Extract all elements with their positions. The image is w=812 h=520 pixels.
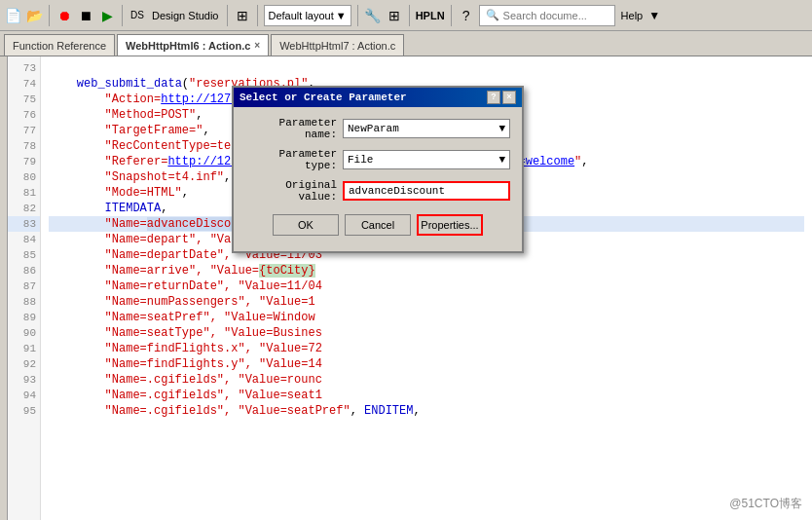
tab-label: WebHttpHtml6 : Action.c	[126, 40, 250, 52]
tab-webhttp6[interactable]: WebHttpHtml6 : Action.c ×	[117, 34, 269, 56]
dialog-titlebar: Select or Create Parameter ? ×	[234, 88, 522, 107]
tab-function-reference[interactable]: Function Reference	[4, 34, 115, 56]
close-tab-icon[interactable]: ×	[254, 40, 260, 51]
separator-6	[409, 5, 410, 26]
layout-label: Default layout	[269, 10, 334, 21]
code-line-95: "Name=.cgifields", "Value=seatPref", END…	[49, 403, 804, 419]
properties-button[interactable]: Properties...	[417, 214, 483, 236]
separator-7	[451, 5, 452, 26]
code-line-90: "Name=seatType", "Value=Busines	[49, 325, 804, 341]
param-type-dropdown-arrow[interactable]: ▼	[498, 154, 505, 166]
code-line-88: "Name=numPassengers", "Value=1	[49, 294, 804, 310]
code-line-87: "Name=returnDate", "Value=11/04	[49, 279, 804, 294]
left-margin	[0, 56, 8, 520]
open-icon[interactable]: 📂	[25, 7, 43, 24]
param-name-input[interactable]: NewParam ▼	[343, 119, 510, 138]
dialog-body: Parameter name: NewParam ▼ Parameter typ…	[234, 107, 522, 251]
param-type-input[interactable]: File ▼	[343, 150, 510, 169]
code-line-86: "Name=arrive", "Value={toCity}	[49, 263, 804, 279]
code-line-93: "Name=.cgifields", "Value=rounc	[49, 372, 804, 388]
search-icon: 🔍	[486, 9, 499, 21]
code-line-91: "Name=findFlights.x", "Value=72	[49, 341, 804, 356]
hpln-label: HPLN	[416, 10, 445, 21]
code-line-89: "Name=seatPref", "Value=Window	[49, 310, 804, 325]
separator-4	[257, 5, 258, 26]
dialog-title: Select or Create Parameter	[240, 92, 407, 103]
param-type-label: Parameter type:	[245, 148, 343, 171]
help-dropdown-arrow: ▼	[648, 9, 660, 22]
select-create-parameter-dialog: Select or Create Parameter ? × Parameter…	[232, 86, 524, 253]
main-toolbar: 📄 📂 ⏺ ⏹ ▶ DS Design Studio ⊞ Default lay…	[0, 0, 812, 31]
tools-icon[interactable]: 🔧	[364, 7, 382, 24]
ok-button[interactable]: OK	[273, 214, 339, 236]
code-line-73	[49, 60, 804, 76]
separator-1	[49, 5, 50, 26]
dialog-buttons: OK Cancel Properties...	[245, 210, 510, 241]
grid-icon[interactable]: ⊞	[234, 7, 251, 24]
help-label: Help	[621, 10, 644, 21]
tab-label: Function Reference	[13, 40, 106, 52]
separator-2	[122, 5, 123, 26]
dialog-title-icons: ? ×	[487, 91, 516, 104]
separator-3	[227, 5, 228, 26]
replay-icon[interactable]: ▶	[98, 7, 116, 24]
param-name-row: Parameter name: NewParam ▼	[245, 117, 510, 140]
apps-icon[interactable]: ⊞	[386, 7, 403, 24]
code-line-92: "Name=findFlights.y", "Value=14	[49, 356, 804, 372]
design-studio-icon[interactable]: DS	[129, 7, 146, 24]
code-line-94: "Name=.cgifields", "Value=seat1	[49, 388, 804, 403]
layout-dropdown[interactable]: Default layout ▼	[264, 5, 351, 26]
line-numbers: 7374757677 7879808182 838485 8687888990 …	[8, 56, 41, 520]
tab-bar: Function Reference WebHttpHtml6 : Action…	[0, 31, 812, 56]
separator-5	[357, 5, 358, 26]
code-editor[interactable]: 7374757677 7879808182 838485 8687888990 …	[8, 56, 812, 520]
help-question-icon[interactable]: ?	[458, 7, 475, 24]
original-value-text: advanceDiscount	[349, 185, 445, 197]
cancel-button[interactable]: Cancel	[345, 214, 411, 236]
watermark: @51CTO博客	[729, 496, 802, 512]
new-file-icon[interactable]: 📄	[4, 7, 21, 24]
original-value-row: Original value: advanceDiscount	[245, 179, 510, 203]
stop-icon[interactable]: ⏹	[77, 7, 94, 24]
original-value-label: Original value:	[245, 179, 343, 203]
search-input[interactable]	[503, 10, 610, 21]
dialog-close-icon[interactable]: ×	[502, 91, 516, 104]
tab-webhttp7[interactable]: WebHttpHtml7 : Action.c	[271, 34, 404, 56]
tab-label: WebHttpHtml7 : Action.c	[279, 40, 395, 52]
param-type-row: Parameter type: File ▼	[245, 148, 510, 171]
param-name-label: Parameter name:	[245, 117, 343, 140]
record-icon[interactable]: ⏺	[55, 7, 73, 24]
dialog-help-icon[interactable]: ?	[487, 91, 500, 104]
design-studio-label: Design Studio	[152, 10, 219, 21]
param-name-value: NewParam	[348, 123, 399, 134]
param-type-value: File	[348, 154, 373, 166]
search-box[interactable]: 🔍	[479, 5, 615, 26]
dropdown-arrow: ▼	[336, 10, 347, 21]
param-name-dropdown-arrow[interactable]: ▼	[498, 123, 505, 134]
original-value-input[interactable]: advanceDiscount	[343, 181, 510, 201]
